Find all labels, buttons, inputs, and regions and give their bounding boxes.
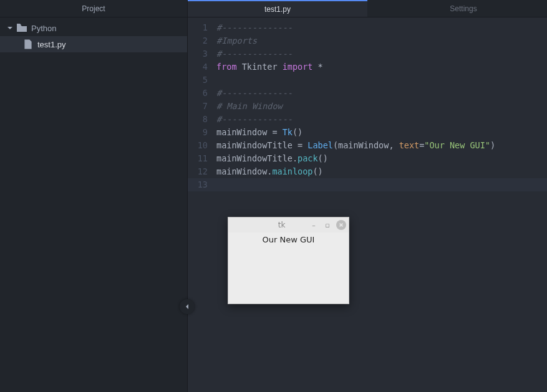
file-icon <box>22 39 34 49</box>
folder-icon <box>16 23 27 33</box>
code-line[interactable]: mainWindow.mainloop() <box>216 165 547 178</box>
code-line[interactable]: mainWindow = Tk() <box>216 126 547 139</box>
tree-file-label: test1.py <box>37 40 66 49</box>
code-line[interactable]: from Tkinter import * <box>216 60 547 74</box>
code-line[interactable]: #-------------- <box>216 47 547 60</box>
tab-settings[interactable]: Settings <box>367 0 547 17</box>
line-number: 7 <box>188 100 208 113</box>
line-number: 12 <box>188 165 208 178</box>
line-number: 13 <box>188 178 208 191</box>
editor-area: test1.py Settings 12345678910111213 #---… <box>187 0 547 392</box>
code-line[interactable]: mainWindowTitle = Label(mainWindow, text… <box>216 139 547 152</box>
line-number: 5 <box>188 74 208 87</box>
line-number: 3 <box>188 47 208 60</box>
tree-file-test1[interactable]: test1.py <box>0 36 187 52</box>
tree-folder-python[interactable]: Python <box>0 20 187 36</box>
code-editor[interactable]: 12345678910111213 #--------------#Import… <box>188 17 547 392</box>
line-number-gutter: 12345678910111213 <box>188 17 213 392</box>
chevron-down-icon <box>6 24 14 32</box>
line-number: 10 <box>188 139 208 152</box>
line-number: 9 <box>188 126 208 139</box>
collapse-sidebar-button[interactable] <box>180 299 195 314</box>
tab-test1[interactable]: test1.py <box>188 0 367 17</box>
code-line[interactable]: #Imports <box>216 34 547 47</box>
tab-settings-label: Settings <box>450 4 477 13</box>
sidebar-title: Project <box>0 0 187 17</box>
line-number: 2 <box>188 34 208 47</box>
sidebar: Project Python test1.py <box>0 0 187 392</box>
line-number: 4 <box>188 60 208 74</box>
code-line[interactable] <box>216 178 547 191</box>
tree-folder-label: Python <box>31 24 56 33</box>
file-tree: Python test1.py <box>0 17 187 52</box>
code-line[interactable]: #-------------- <box>216 21 547 34</box>
tab-label: test1.py <box>264 5 291 14</box>
line-number: 8 <box>188 113 208 126</box>
code-line[interactable]: #-------------- <box>216 113 547 126</box>
line-number: 11 <box>188 152 208 165</box>
line-number: 1 <box>188 21 208 34</box>
tab-bar: test1.py Settings <box>188 0 547 17</box>
code-line[interactable]: mainWindowTitle.pack() <box>216 152 547 165</box>
code-line[interactable]: # Main Window <box>216 100 547 113</box>
code-content[interactable]: #--------------#Imports#--------------fr… <box>213 17 547 392</box>
code-line[interactable] <box>216 74 547 87</box>
code-line[interactable]: #-------------- <box>216 87 547 100</box>
line-number: 6 <box>188 87 208 100</box>
settings-icon <box>437 4 446 13</box>
